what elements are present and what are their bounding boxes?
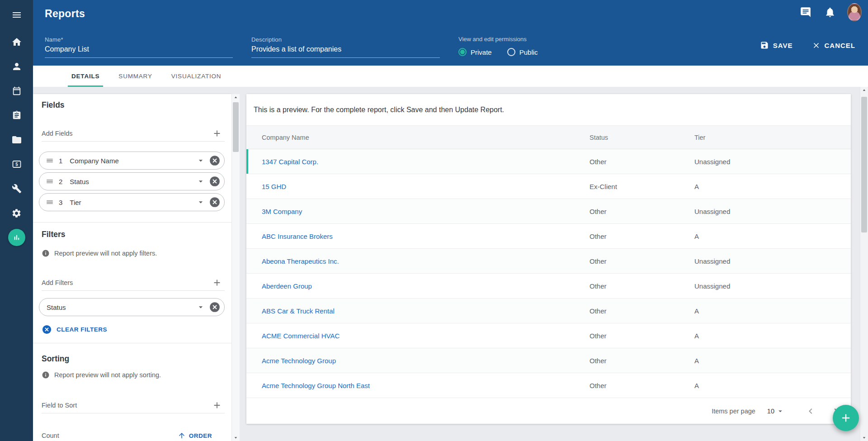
plus-icon [840, 412, 852, 424]
plus-icon[interactable] [212, 400, 222, 410]
scrollbar-thumb[interactable] [861, 97, 867, 232]
chevron-down-icon[interactable] [196, 303, 205, 312]
sidebar-item-contacts[interactable] [0, 54, 33, 79]
table-row[interactable]: Acme Technology Group North East Other A [246, 373, 851, 398]
company-link[interactable]: ABC Insurance Brokers [262, 232, 590, 240]
drag-handle-icon[interactable] [46, 198, 54, 206]
sidebar-item-deals[interactable]: 5 [0, 152, 33, 176]
tab-visualization[interactable]: VISUALIZATION [162, 66, 231, 87]
table-row[interactable]: Acme Technology Group Other A [246, 348, 851, 373]
company-link[interactable]: 15 GHD [262, 183, 590, 190]
add-report-fab[interactable] [833, 405, 859, 431]
company-link[interactable]: Acme Technology Group [262, 357, 590, 365]
scrollbar-thumb[interactable] [233, 102, 239, 152]
sidebar-item-settings[interactable] [0, 201, 33, 225]
plus-icon[interactable] [212, 128, 222, 138]
company-link[interactable]: Aberdeen Group [262, 282, 590, 290]
clear-filters-button[interactable]: CLEAR FILTERS [42, 324, 107, 335]
radio-private[interactable]: Private [458, 48, 492, 56]
tier-cell: Unassigned [694, 257, 851, 265]
scrollbar-down-button[interactable] [232, 435, 240, 440]
field-order-number: 2 [59, 178, 62, 185]
sidebar-item-tasks[interactable] [0, 103, 33, 128]
order-button[interactable]: ORDER [178, 432, 212, 440]
company-link[interactable]: Acme Technology Group North East [262, 382, 590, 389]
company-link[interactable]: Abeona Therapeutics Inc. [262, 257, 590, 265]
tier-cell: Unassigned [694, 282, 851, 290]
field-chip[interactable]: 3 Tier [39, 193, 225, 211]
bell-icon [824, 6, 836, 18]
table-row[interactable]: ABS Car & Truck Rental Other A [246, 299, 851, 323]
sidebar-item-reports[interactable] [0, 225, 33, 250]
field-chip[interactable]: 1 Company Name [39, 152, 225, 170]
table-row[interactable]: Aberdeen Group Other Unassigned [246, 274, 851, 299]
table-header: Company Name Status Tier [246, 125, 851, 149]
page-scrollbar[interactable] [860, 87, 868, 441]
description-input[interactable] [251, 45, 440, 58]
save-button[interactable]: SAVE [760, 41, 793, 50]
clear-filters-icon [42, 324, 52, 335]
report-tabbar: DETAILS SUMMARY VISUALIZATION [33, 66, 868, 87]
remove-field-button[interactable] [209, 196, 221, 208]
page-size-select[interactable]: 10 [767, 407, 784, 415]
sidebar-item-calendar[interactable] [0, 79, 33, 103]
plus-icon[interactable] [212, 278, 222, 288]
home-icon [11, 37, 22, 47]
tier-cell: Unassigned [694, 158, 851, 166]
remove-field-button[interactable] [209, 155, 221, 166]
field-to-sort-row[interactable]: Field to Sort [42, 397, 225, 413]
field-chip[interactable]: 2 Status [39, 172, 225, 190]
radio-private-label: Private [471, 48, 492, 56]
tab-details[interactable]: DETAILS [62, 66, 109, 87]
chevron-down-icon[interactable] [196, 177, 205, 186]
company-link[interactable]: ABS Car & Truck Rental [262, 307, 590, 315]
config-panel-scrollbar[interactable] [231, 94, 240, 441]
add-filters-row[interactable]: Add Filters [42, 275, 225, 291]
user-menu-button[interactable] [847, 5, 862, 19]
add-fields-row[interactable]: Add Fields [42, 125, 225, 142]
radio-public[interactable]: Public [507, 48, 538, 56]
table-row[interactable]: 15 GHD Ex-Client A [246, 174, 851, 199]
tier-cell: A [694, 382, 851, 389]
tab-summary[interactable]: SUMMARY [109, 66, 161, 87]
cancel-button[interactable]: CANCEL [812, 41, 856, 50]
name-input[interactable] [45, 45, 233, 58]
sidebar-item-tools[interactable] [0, 176, 33, 201]
filters-heading: Filters [42, 230, 225, 239]
scrollbar-up-button[interactable] [860, 88, 868, 93]
scrollbar-down-button[interactable] [860, 435, 868, 440]
status-cell: Other [590, 232, 694, 240]
menu-button[interactable] [0, 0, 33, 30]
radio-selected-icon [458, 48, 467, 56]
company-link[interactable]: 1347 Capital Corp. [262, 158, 590, 166]
status-cell: Ex-Client [590, 183, 694, 190]
company-link[interactable]: ACME Commercial HVAC [262, 332, 590, 340]
remove-field-button[interactable] [209, 175, 221, 187]
chevron-down-icon[interactable] [196, 198, 205, 207]
company-link[interactable]: 3M Company [262, 208, 590, 215]
header-buttons: SAVE CANCEL [760, 41, 855, 50]
tier-cell: A [694, 332, 851, 340]
table-row[interactable]: 3M Company Other Unassigned [246, 199, 851, 224]
table-row[interactable]: 1347 Capital Corp. Other Unassigned [246, 149, 851, 174]
chevron-down-icon[interactable] [196, 156, 205, 165]
notifications-button[interactable] [823, 5, 837, 19]
previous-page-button[interactable] [802, 403, 819, 419]
add-fields-label: Add Fields [42, 130, 73, 137]
table-row[interactable]: ACME Commercial HVAC Other A [246, 323, 851, 348]
drag-handle-icon[interactable] [46, 156, 54, 165]
sidebar-item-documents[interactable] [0, 128, 33, 152]
filter-chip[interactable]: Status [39, 298, 225, 316]
status-cell: Other [590, 382, 694, 389]
sidebar-item-home[interactable] [0, 30, 33, 54]
close-icon [812, 41, 821, 50]
table-row[interactable]: Abeona Therapeutics Inc. Other Unassigne… [246, 249, 851, 274]
remove-filter-button[interactable] [209, 301, 221, 313]
scrollbar-up-button[interactable] [232, 95, 240, 100]
table-row[interactable]: ABC Insurance Brokers Other A [246, 224, 851, 249]
filters-note-row: Report preview will not apply filters. [42, 249, 225, 257]
status-cell: Other [590, 357, 694, 365]
drag-handle-icon[interactable] [46, 177, 54, 185]
radio-unselected-icon [507, 48, 515, 56]
messages-button[interactable] [798, 5, 813, 19]
